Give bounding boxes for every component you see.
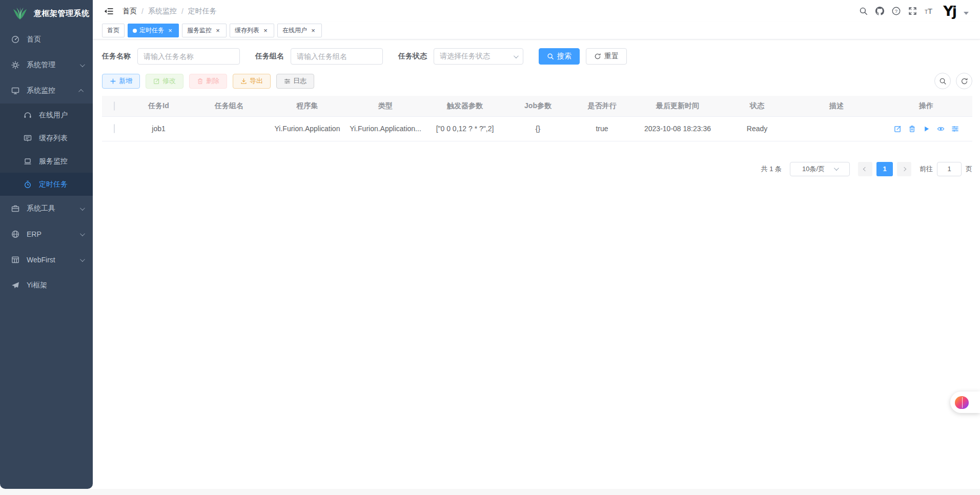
prev-page-button[interactable] <box>858 162 872 176</box>
cell-concurrent: true <box>570 116 634 141</box>
chevron-right-icon <box>902 167 906 171</box>
close-icon[interactable]: × <box>167 27 174 34</box>
row-checkbox[interactable] <box>114 124 115 133</box>
sidebar-item-system-management[interactable]: 系统管理 <box>0 52 93 78</box>
log-button[interactable]: 日志 <box>276 74 314 89</box>
task-status-placeholder: 请选择任务状态 <box>440 52 490 61</box>
top-header: 首页 / 系统监控 / 定时任务 ? T <box>93 0 980 22</box>
sidebar-item-label: Yi框架 <box>27 281 84 290</box>
add-button[interactable]: 新增 <box>102 74 140 89</box>
refresh-table-button[interactable] <box>956 73 972 89</box>
sidebar-item-service-monitor[interactable]: 服务监控 <box>0 150 93 173</box>
sidebar-item-yi-framework[interactable]: Yi框架 <box>0 273 93 298</box>
tab-scheduled-tasks[interactable]: 定时任务 × <box>128 24 179 37</box>
cell-group <box>191 116 268 141</box>
app-logo[interactable]: 意框架管理系统 <box>0 0 93 27</box>
chevron-down-icon <box>834 166 839 171</box>
cell-job-args: {} <box>506 116 570 141</box>
search-icon[interactable] <box>859 7 868 15</box>
tab-home[interactable]: 首页 <box>102 24 125 37</box>
search-icon <box>939 77 947 85</box>
tab-service-monitor[interactable]: 服务监控 × <box>182 24 227 37</box>
tab-cache-list[interactable]: 缓存列表 × <box>230 24 274 37</box>
next-page-button[interactable] <box>897 162 911 176</box>
sidebar-item-scheduled-tasks[interactable]: 定时任务 <box>0 173 93 196</box>
reset-button[interactable]: 重置 <box>586 48 627 65</box>
select-all-checkbox[interactable] <box>114 101 115 111</box>
sidebar-item-system-monitor[interactable]: 系统监控 <box>0 78 93 104</box>
monitor-icon <box>11 87 19 95</box>
reset-button-label: 重置 <box>604 52 619 61</box>
table-row[interactable]: job1 Yi.Furion.Application Yi.Furion.App… <box>102 116 972 141</box>
help-icon[interactable]: ? <box>892 7 901 15</box>
sidebar-item-label: 在线用户 <box>39 111 84 120</box>
sidebar-item-home[interactable]: 首页 <box>0 27 93 52</box>
edit-button-label: 修改 <box>162 76 176 86</box>
search-button[interactable]: 搜索 <box>539 48 580 65</box>
sidebar-item-system-tools[interactable]: 系统工具 <box>0 196 93 221</box>
app-layout: 意框架管理系统 首页 系统管理 系统监控 <box>0 0 980 489</box>
cell-type: Yi.Furion.Application... <box>347 116 424 141</box>
page-size-select[interactable]: 10条/页 <box>790 162 850 176</box>
font-size-icon[interactable]: TT <box>925 7 932 15</box>
filter-task-status: 任务状态 请选择任务状态 <box>398 48 523 65</box>
close-icon[interactable]: × <box>310 27 317 34</box>
sidebar-item-label: 首页 <box>27 35 84 44</box>
tasks-table: 任务Id 任务组名 程序集 类型 触发器参数 Job参数 是否并行 最后更新时间… <box>102 96 972 141</box>
task-group-input[interactable] <box>291 48 383 65</box>
goto-page-input[interactable] <box>937 162 962 176</box>
dashboard-icon <box>11 35 19 44</box>
cell-description <box>793 116 880 141</box>
page-size-value: 10条/页 <box>802 164 825 174</box>
active-tab-dot <box>133 29 137 33</box>
grid-icon <box>11 256 19 264</box>
log-icon[interactable] <box>951 125 959 133</box>
log-icon <box>284 78 291 85</box>
column-header-assembly: 程序集 <box>268 96 347 116</box>
task-status-select[interactable]: 请选择任务状态 <box>434 48 523 65</box>
timer-icon <box>24 180 32 189</box>
search-icon <box>547 53 554 60</box>
horizontal-scrollbar[interactable] <box>0 489 980 495</box>
tab-label: 在线用户 <box>282 26 307 35</box>
sidebar-item-erp[interactable]: ERP <box>0 221 93 247</box>
chevron-left-icon <box>863 167 867 171</box>
tab-online-users[interactable]: 在线用户 × <box>277 24 322 37</box>
sidebar-fold-icon[interactable] <box>104 7 113 15</box>
sidebar-item-online-users[interactable]: 在线用户 <box>0 104 93 127</box>
page-unit-label: 页 <box>966 164 972 174</box>
task-name-label: 任务名称 <box>102 52 131 61</box>
breadcrumb-current: 定时任务 <box>188 7 217 16</box>
close-icon[interactable]: × <box>214 27 221 34</box>
view-icon[interactable] <box>937 125 945 133</box>
gear-icon <box>11 61 19 69</box>
sidebar-item-label: ERP <box>27 230 80 238</box>
chevron-down-icon <box>514 53 519 58</box>
show-search-toggle-button[interactable] <box>934 73 951 89</box>
delete-button[interactable]: 删除 <box>189 74 227 89</box>
task-name-input[interactable] <box>137 48 240 65</box>
close-icon[interactable]: × <box>262 27 269 34</box>
run-icon[interactable] <box>923 125 930 133</box>
github-icon[interactable] <box>875 7 884 15</box>
delete-icon[interactable] <box>908 125 916 133</box>
search-button-label: 搜索 <box>557 52 571 61</box>
breadcrumb-system-monitor: 系统监控 <box>148 7 177 16</box>
export-button[interactable]: 导出 <box>233 74 271 89</box>
fullscreen-icon[interactable] <box>908 7 917 15</box>
sidebar-item-label: 定时任务 <box>39 180 84 189</box>
tab-label: 缓存列表 <box>235 26 259 35</box>
avatar[interactable]: Yj <box>943 3 956 19</box>
brain-icon <box>955 396 969 409</box>
assistant-float-button[interactable] <box>950 391 980 413</box>
edit-icon[interactable] <box>894 125 902 133</box>
breadcrumb-home[interactable]: 首页 <box>122 7 137 16</box>
sidebar-item-cache-list[interactable]: 缓存列表 <box>0 127 93 150</box>
sidebar-item-webfirst[interactable]: WebFirst <box>0 247 93 273</box>
page-number-button[interactable]: 1 <box>876 162 893 176</box>
table-toolbar: 新增 修改 删除 导出 日志 <box>102 73 972 89</box>
edit-button[interactable]: 修改 <box>146 74 183 89</box>
sidebar-submenu-system-monitor: 在线用户 缓存列表 服务监控 定时任务 <box>0 104 93 196</box>
pagination-total: 共 1 条 <box>761 164 782 174</box>
caret-down-icon[interactable] <box>964 12 969 15</box>
